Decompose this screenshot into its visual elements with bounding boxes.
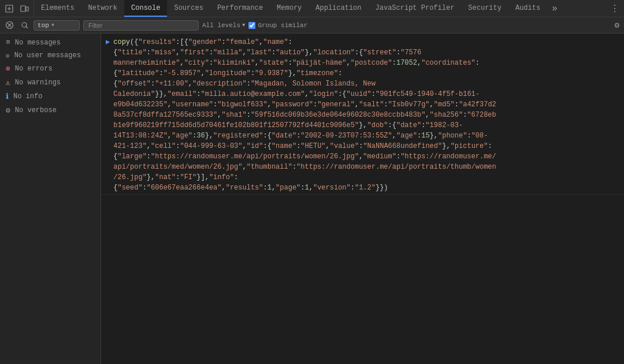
tab-sources[interactable]: Sources xyxy=(167,0,210,17)
filter-toggle-button[interactable] xyxy=(18,20,30,31)
tab-performance[interactable]: Performance xyxy=(210,0,270,17)
main-toolbar: Elements Network Console Sources Perform… xyxy=(0,0,624,17)
user-icon: ⊙ xyxy=(6,52,10,60)
tab-js-profiler[interactable]: JavaScript Profiler xyxy=(369,0,462,17)
entry-content: copy({"results":[{"gender":"female","nam… xyxy=(113,37,619,193)
inspect-element-button[interactable] xyxy=(3,3,15,14)
sidebar-item-user-messages[interactable]: ⊙ No user messages xyxy=(0,49,101,62)
filter-input[interactable] xyxy=(83,20,199,31)
error-icon: ⊗ xyxy=(6,64,10,73)
tab-application[interactable]: Application xyxy=(309,0,368,17)
tab-list: Elements Network Console Sources Perform… xyxy=(34,0,562,17)
console-output[interactable]: ▶ copy({"results":[{"gender":"female","n… xyxy=(101,34,624,364)
console-settings-button[interactable]: ⚙ xyxy=(614,19,621,31)
verbose-icon: ⚙ xyxy=(6,106,10,115)
context-selector[interactable]: top ▼ xyxy=(34,20,80,31)
svg-line-5 xyxy=(26,27,28,28)
tab-security[interactable]: Security xyxy=(461,0,508,17)
sidebar-item-verbose[interactable]: ⚙ No verbose xyxy=(0,103,101,117)
svg-rect-1 xyxy=(21,6,25,12)
main-area: ≡ No messages ⊙ No user messages ⊗ No er… xyxy=(0,34,624,364)
group-similar-checkbox[interactable] xyxy=(248,22,255,29)
tab-memory[interactable]: Memory xyxy=(270,0,309,17)
group-similar-toggle[interactable]: Group similar xyxy=(248,22,307,29)
sidebar-item-errors[interactable]: ⊗ No errors xyxy=(0,62,101,76)
chevron-down-icon: ▼ xyxy=(242,23,245,28)
sidebar-item-messages[interactable]: ≡ No messages xyxy=(0,36,101,49)
tab-audits[interactable]: Audits xyxy=(508,0,547,17)
svg-rect-2 xyxy=(26,7,28,11)
tab-network[interactable]: Network xyxy=(81,0,124,17)
devtools-settings-button[interactable]: ⋮ xyxy=(606,3,624,14)
console-toolbar: top ▼ All levels ▼ Group similar ⚙ xyxy=(0,17,624,34)
more-tabs-button[interactable]: » xyxy=(547,3,562,14)
log-levels-selector[interactable]: All levels ▼ xyxy=(202,22,245,29)
sidebar-item-info[interactable]: ℹ No info xyxy=(0,90,101,103)
clear-console-button[interactable] xyxy=(3,20,15,31)
svg-point-4 xyxy=(22,23,27,27)
sidebar-item-warnings[interactable]: ⚠ No warnings xyxy=(0,76,101,90)
tab-elements[interactable]: Elements xyxy=(34,0,81,17)
warning-icon: ⚠ xyxy=(6,78,10,87)
entry-expand-arrow[interactable]: ▶ xyxy=(106,38,110,46)
console-sidebar: ≡ No messages ⊙ No user messages ⊗ No er… xyxy=(0,34,101,364)
device-toolbar-button[interactable] xyxy=(18,3,30,14)
info-icon: ℹ xyxy=(6,92,9,101)
tab-console[interactable]: Console xyxy=(124,0,167,17)
chevron-down-icon: ▼ xyxy=(51,23,54,28)
messages-icon: ≡ xyxy=(6,38,10,47)
console-entry: ▶ copy({"results":[{"gender":"female","n… xyxy=(101,36,624,195)
toolbar-icon-group xyxy=(0,0,34,17)
